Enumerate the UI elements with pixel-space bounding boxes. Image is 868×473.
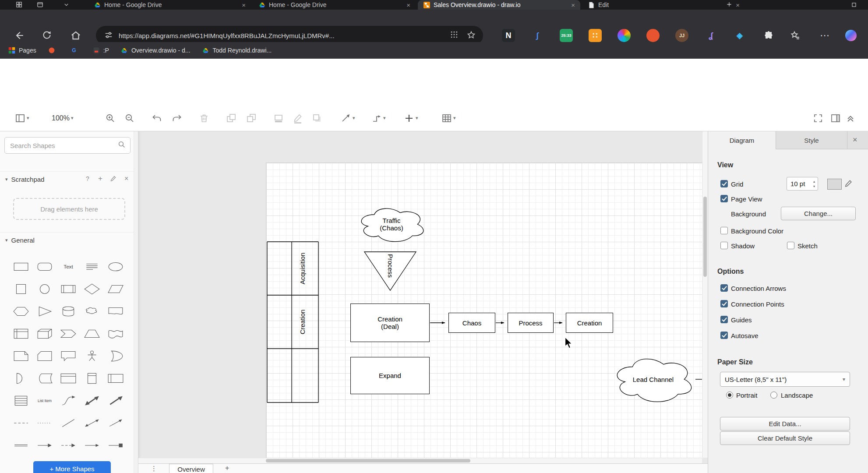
waypoint-style-button[interactable]: ▾ xyxy=(371,105,386,131)
format-panel-toggle-icon[interactable] xyxy=(830,105,841,131)
shadow-checkbox[interactable] xyxy=(720,242,728,249)
zoom-in-icon[interactable] xyxy=(105,105,116,131)
refresh-icon[interactable] xyxy=(40,29,53,42)
to-front-icon[interactable] xyxy=(226,105,236,131)
connection-arrows-checkbox[interactable] xyxy=(720,284,728,292)
cube-shape[interactable] xyxy=(33,322,56,345)
favorite-star-icon[interactable] xyxy=(466,30,477,41)
browser-tab[interactable]: Edit× xyxy=(582,0,745,10)
horizontal-container-shape[interactable] xyxy=(104,367,127,389)
search-icon[interactable] xyxy=(118,141,126,150)
trapezoid-shape[interactable] xyxy=(80,322,104,345)
shape-search-box[interactable] xyxy=(4,137,131,154)
lane-label-creation[interactable]: Creation xyxy=(299,310,306,335)
clear-default-style-button[interactable]: Clear Default Style xyxy=(720,431,850,445)
lane-label-acquisition[interactable]: Acquisition xyxy=(299,253,306,285)
feather-extension-icon[interactable]: ʆ xyxy=(704,29,717,42)
chaos-node[interactable]: Chaos xyxy=(448,313,495,333)
horizontal-scrollbar[interactable] xyxy=(138,458,702,463)
script-extension-icon[interactable]: ∫ xyxy=(531,29,544,42)
ellipse-shape[interactable] xyxy=(104,255,127,278)
internal-storage-shape[interactable] xyxy=(9,322,33,345)
orange-dots-extension-icon[interactable]: ∷ xyxy=(589,29,602,42)
triangle-shape[interactable] xyxy=(33,300,56,322)
pages-menu-icon[interactable]: ⋮ xyxy=(151,465,157,473)
panel-close-icon[interactable]: × xyxy=(853,135,857,145)
grid-checkbox[interactable] xyxy=(720,180,728,187)
diagram-canvas[interactable]: Acquisition Creation Process xyxy=(138,131,708,473)
square-shape[interactable] xyxy=(9,278,33,300)
grid-color-swatch[interactable] xyxy=(827,179,842,190)
bidirectional-connector-shape[interactable] xyxy=(80,412,104,434)
tab-close-icon[interactable]: × xyxy=(405,1,412,9)
tab-search-icon[interactable] xyxy=(64,1,69,9)
link-shape[interactable] xyxy=(9,434,33,456)
timer-extension-icon[interactable]: 25:33 xyxy=(560,29,573,42)
scratchpad-add-icon[interactable]: + xyxy=(98,171,102,186)
rectangle-shape[interactable] xyxy=(9,255,33,278)
cylinder-shape[interactable] xyxy=(56,300,80,322)
data-storage-shape[interactable] xyxy=(33,367,56,389)
expand-node[interactable]: Expand xyxy=(350,357,430,394)
zoom-dropdown[interactable]: 100%▾ xyxy=(52,105,73,131)
sidebar-scrollbar[interactable] xyxy=(134,131,138,473)
autosave-checkbox[interactable] xyxy=(720,332,728,339)
search-input[interactable] xyxy=(5,141,118,150)
bookmark-item[interactable] xyxy=(48,46,59,54)
tab-actions-icon[interactable] xyxy=(16,1,22,10)
sketch-checkbox[interactable] xyxy=(787,242,794,249)
paper-size-select[interactable]: US-Letter (8,5" x 11") ▾ xyxy=(720,372,850,387)
note-shape[interactable] xyxy=(9,345,33,367)
zoom-out-icon[interactable] xyxy=(124,105,135,131)
hexagon-shape[interactable] xyxy=(9,300,33,322)
page-tab-overview[interactable]: Overview xyxy=(169,464,213,473)
grid-color-edit-icon[interactable] xyxy=(845,180,853,189)
edit-data-button[interactable]: Edit Data... xyxy=(720,417,850,431)
favorites-icon[interactable] xyxy=(789,29,802,42)
rounded-rectangle-shape[interactable] xyxy=(33,255,56,278)
more-shapes-button[interactable]: + More Shapes xyxy=(33,461,111,473)
bookmark-item[interactable]: Todd Reynold.drawi... xyxy=(202,46,272,54)
hscroll-thumb[interactable] xyxy=(266,459,470,462)
step-shape[interactable] xyxy=(56,322,80,345)
vertical-scrollbar[interactable] xyxy=(702,131,708,458)
thin-arrow-shape[interactable] xyxy=(80,434,104,456)
vscroll-thumb[interactable] xyxy=(703,197,707,277)
process-node[interactable]: Process xyxy=(508,313,554,333)
creation-node[interactable]: Creation xyxy=(566,313,613,333)
scratchpad-help-icon[interactable]: ? xyxy=(86,171,89,186)
copilot-icon[interactable] xyxy=(844,29,857,42)
line-shape[interactable] xyxy=(56,412,80,434)
table-button[interactable]: ▾ xyxy=(441,105,456,131)
new-tab-icon[interactable] xyxy=(726,1,732,9)
bookmark-item[interactable]: Pages xyxy=(8,46,36,54)
dotted-line-shape[interactable] xyxy=(33,412,56,434)
circle-shape[interactable] xyxy=(33,278,56,300)
text-shape[interactable]: Text xyxy=(56,255,80,278)
undo-icon[interactable] xyxy=(152,105,162,131)
list-shape[interactable] xyxy=(9,389,33,412)
to-back-icon[interactable] xyxy=(246,105,257,131)
more-menu-icon[interactable]: ⋯ xyxy=(818,29,831,42)
add-page-icon[interactable]: + xyxy=(225,464,229,472)
actor-shape[interactable] xyxy=(80,345,104,367)
connection-points-checkbox[interactable] xyxy=(720,300,728,307)
line-color-icon[interactable] xyxy=(293,105,303,131)
arrow-right-shape[interactable] xyxy=(33,434,56,456)
tab-diagram[interactable]: Diagram xyxy=(708,131,776,149)
portrait-radio[interactable] xyxy=(726,392,733,399)
gem-extension-icon[interactable]: ◈ xyxy=(733,29,746,42)
connector-endpoint-shape[interactable] xyxy=(104,434,127,456)
dashed-line-shape[interactable] xyxy=(9,412,33,434)
card-shape[interactable] xyxy=(33,345,56,367)
view-mode-button[interactable]: ▾ xyxy=(15,105,29,131)
general-section-header[interactable]: ▾ General xyxy=(0,232,134,247)
grid-size-stepper[interactable]: ▴▾ xyxy=(812,178,817,190)
vertical-container-shape[interactable] xyxy=(80,367,104,389)
callout-shape[interactable] xyxy=(56,345,80,367)
scratchpad-drop-area[interactable]: Drag elements here xyxy=(13,198,125,220)
insert-button[interactable]: ▾ xyxy=(404,105,418,131)
process-triangle-shape[interactable]: Process xyxy=(364,252,416,290)
landscape-radio[interactable] xyxy=(770,392,777,399)
site-settings-icon[interactable] xyxy=(104,30,114,41)
